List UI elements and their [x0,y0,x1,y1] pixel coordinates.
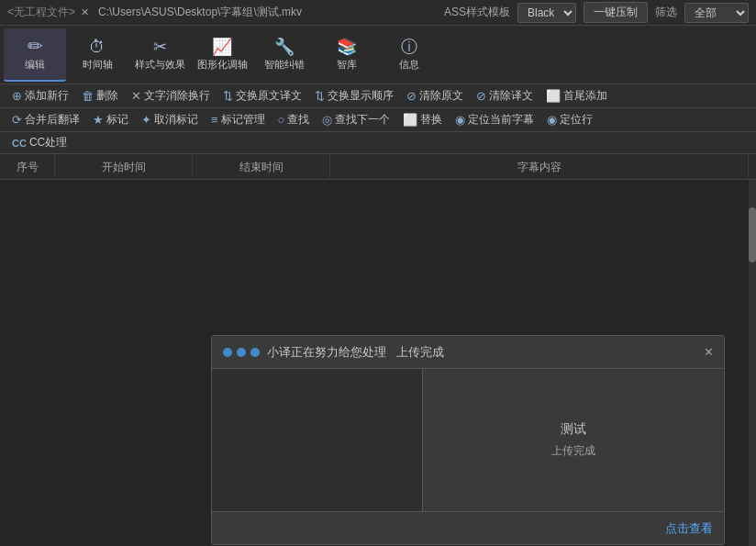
popup-right-subtitle: 上传完成 [551,443,595,459]
clear-orig-button[interactable]: ⊘ 清除原文 [400,84,470,108]
swap-orig-label: 交换原文译文 [236,88,302,104]
toolbar-item-timeline[interactable]: ⏱ 时间轴 [66,28,128,82]
table-header: 序号 开始时间 结束时间 字幕内容 [0,154,756,180]
popup-body: 测试 上传完成 [212,369,724,511]
clear-orig-label: 清除原文 [419,88,463,104]
clear-trans-icon: ⊘ [476,89,486,103]
swap-orig-icon: ⇅ [223,89,233,103]
project-label: <无工程文件> [7,5,75,20]
locate-line-label: 定位行 [560,112,593,128]
col-header-start: 开始时间 [55,154,193,180]
popup-footer: 点击查看 [212,511,724,544]
top-bar-right: ASS样式模板 Black 一键压制 筛选 全部 [444,2,749,23]
replace-icon: ⬜ [403,113,417,127]
col-header-end: 结束时间 [193,154,330,180]
mark-label: 标记 [106,112,128,128]
info-icon: ⓘ [401,39,417,55]
clear-trans-button[interactable]: ⊘ 清除译文 [470,84,539,108]
unmark-button[interactable]: ✦ 取消标记 [135,108,205,132]
locate-current-button[interactable]: ◉ 定位当前字幕 [449,108,540,132]
unmark-label: 取消标记 [154,112,198,128]
replace-button[interactable]: ⬜ 替换 [396,108,449,132]
clear-orig-icon: ⊘ [406,89,417,103]
toolbar-label-timeline: 时间轴 [83,58,113,72]
col-header-content: 字幕内容 [330,154,749,180]
find-label: 查找 [287,112,309,128]
filepath: C:\Users\ASUS\Desktop\字幕组\测试.mkv [98,5,302,20]
locate-line-button[interactable]: ◉ 定位行 [540,108,599,132]
add-head-tail-icon: ⬜ [546,89,561,103]
delete-icon: 🗑 [82,89,94,103]
add-row-label: 添加新行 [25,88,69,104]
toolbar-item-info[interactable]: ⓘ 信息 [378,28,440,82]
smart-icon: 🔧 [274,39,295,55]
dot-2 [237,348,246,357]
close-icon[interactable]: ✕ [81,6,89,18]
find-next-button[interactable]: ◎ 查找下一个 [316,108,396,132]
toolbar-label-edit: 编辑 [25,58,45,72]
mark-button[interactable]: ★ 标记 [86,108,135,132]
toolbar-label-library: 智库 [337,58,357,72]
delete-button[interactable]: 🗑 删除 [75,84,125,108]
text-delete-button[interactable]: ✕ 文字消除换行 [125,84,217,108]
swap-display-label: 交换显示顺序 [328,88,394,104]
col-header-seq: 序号 [0,154,55,180]
merge-translate-button[interactable]: ⟳ 合并后翻译 [6,108,86,132]
popup-left-panel [212,369,423,511]
action-bar-2: ⟳ 合并后翻译 ★ 标记 ✦ 取消标记 ≡ 标记管理 ○ 查找 ◎ 查找下一个 … [0,108,756,132]
swap-display-button[interactable]: ⇅ 交换显示顺序 [308,84,400,108]
toolbar-label-smart: 智能纠错 [264,58,305,72]
shape-icon: 📈 [212,39,232,55]
template-select[interactable]: Black [517,3,576,23]
clear-trans-label: 清除译文 [489,88,533,104]
toolbar: ✏ 编辑 ⏱ 时间轴 ✂ 样式与效果 📈 图形化调轴 🔧 智能纠错 📚 智库 ⓘ… [0,26,756,84]
dot-1 [223,348,232,357]
toolbar-item-library[interactable]: 📚 智库 [316,28,378,82]
popup-close-button[interactable]: × [705,345,713,360]
unmark-icon: ✦ [141,113,151,127]
replace-label: 替换 [420,112,442,128]
mark-icon: ★ [93,113,104,127]
add-row-button[interactable]: ⊕ 添加新行 [6,84,75,108]
action-bar-3: CC CC处理 [0,132,756,154]
find-button[interactable]: ○ 查找 [272,108,317,132]
toolbar-label-info: 信息 [399,58,419,72]
project-file-info: <无工程文件> ✕ C:\Users\ASUS\Desktop\字幕组\测试.m… [7,5,302,20]
filter-select[interactable]: 全部 [684,3,749,23]
popup-right-panel: 测试 上传完成 [423,369,724,511]
cc-icon: CC [12,138,27,149]
toolbar-label-style: 样式与效果 [135,58,185,72]
library-icon: 📚 [337,39,357,55]
text-delete-icon: ✕ [131,89,141,103]
mark-mgmt-icon: ≡ [211,113,218,127]
toolbar-item-edit[interactable]: ✏ 编辑 [4,28,66,82]
cc-button[interactable]: CC CC处理 [6,132,73,154]
merge-translate-icon: ⟳ [12,113,22,127]
popup-dots [223,348,260,357]
timeline-icon: ⏱ [89,39,106,55]
find-next-icon: ◎ [322,113,332,127]
swap-orig-button[interactable]: ⇅ 交换原文译文 [217,84,308,108]
toolbar-item-style[interactable]: ✂ 样式与效果 [128,28,191,82]
toolbar-item-smart[interactable]: 🔧 智能纠错 [253,28,316,82]
add-head-tail-label: 首尾添加 [563,88,607,104]
mark-mgmt-label: 标记管理 [221,112,265,128]
delete-label: 删除 [96,88,118,104]
scroll-thumb[interactable] [749,207,756,262]
style-icon: ✂ [153,39,167,55]
merge-translate-label: 合并后翻译 [25,112,80,128]
find-icon: ○ [278,113,285,127]
locate-current-icon: ◉ [455,113,465,127]
scroll-track[interactable] [749,180,756,546]
find-next-label: 查找下一个 [335,112,390,128]
toolbar-label-shape: 图形化调轴 [197,58,248,72]
add-head-tail-button[interactable]: ⬜ 首尾添加 [539,84,614,108]
popup-overlay: 小译正在努力给您处理 上传完成 × 测试 上传完成 点击查看 [211,335,725,545]
top-bar: <无工程文件> ✕ C:\Users\ASUS\Desktop\字幕组\测试.m… [0,0,756,26]
popup-right-title: 测试 [561,421,586,438]
one-click-button[interactable]: 一键压制 [584,2,648,23]
locate-current-label: 定位当前字幕 [468,112,534,128]
mark-mgmt-button[interactable]: ≡ 标记管理 [205,108,272,132]
toolbar-item-shape[interactable]: 📈 图形化调轴 [191,28,253,82]
view-link[interactable]: 点击查看 [665,520,713,537]
